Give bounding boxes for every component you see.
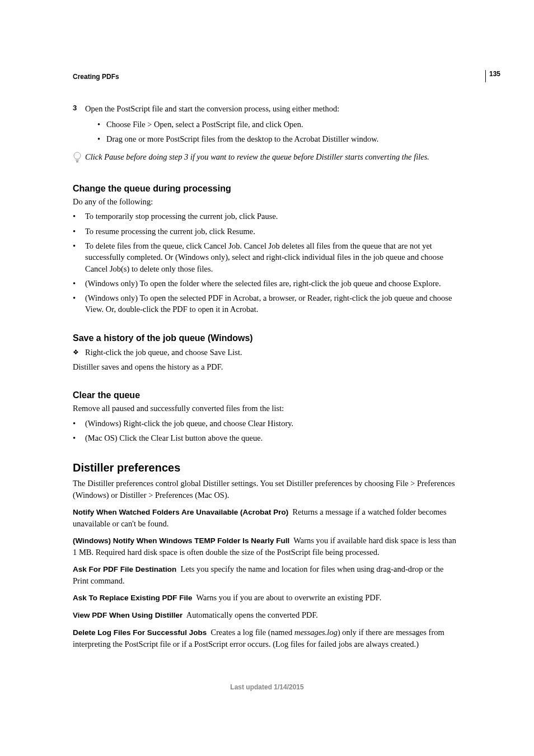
list-item: •(Windows only) To open the folder where…: [73, 278, 461, 289]
intro-text: Do any of the following:: [73, 196, 461, 207]
tip: Click Pause before doing step 3 if you w…: [73, 151, 461, 166]
list-text: To delete files from the queue, click Ca…: [85, 240, 461, 274]
list-text: (Windows only) To open the selected PDF …: [85, 292, 461, 315]
list-item: •To resume processing the current job, c…: [73, 226, 461, 237]
pref-desc: Warns you if you are about to overwrite …: [196, 593, 382, 602]
pref-term: (Windows) Notify When Windows TEMP Folde…: [73, 536, 289, 545]
bullet-dot: •: [97, 133, 106, 146]
heading-save-history: Save a history of the job queue (Windows…: [73, 333, 461, 343]
filename: messages.log: [294, 628, 338, 637]
sub-bullet: • Drag one or more PostScript files from…: [97, 133, 461, 146]
bullet-dot: •: [73, 240, 85, 274]
pref-term: Ask To Replace Existing PDF File: [73, 594, 193, 602]
list-text: (Windows) Right-click the job queue, and…: [85, 418, 461, 429]
pref-term: Notify When Watched Folders Are Unavaila…: [73, 508, 288, 516]
sub-bullet-text: Drag one or more PostScript files from t…: [106, 133, 378, 146]
pref-desc-pre: Creates a log file (named: [211, 628, 294, 637]
pref-item: Ask For PDF File Destination Lets you sp…: [73, 563, 461, 586]
step-text: Open the PostScript file and start the c…: [85, 103, 461, 114]
list-item: •(Windows only) To open the selected PDF…: [73, 292, 461, 315]
pref-term: Ask For PDF File Destination: [73, 565, 176, 573]
bullet-dot: •: [73, 278, 85, 289]
footer-last-updated: Last updated 1/14/2015: [73, 683, 461, 691]
action-item: ❖Right-click the job queue, and choose S…: [73, 347, 461, 358]
list-item: •(Mac OS) Click the Clear List button ab…: [73, 432, 461, 444]
sub-bullet-text: Choose File > Open, select a PostScript …: [106, 119, 303, 131]
bullet-dot: •: [73, 211, 85, 222]
list-text: (Mac OS) Click the Clear List button abo…: [85, 432, 461, 444]
step-number: 3: [73, 103, 85, 114]
bullet-dot: •: [73, 292, 85, 315]
page-number: 135: [485, 70, 500, 82]
pref-item: View PDF When Using Distiller Automatica…: [73, 609, 461, 621]
heading-change-queue: Change the queue during processing: [73, 184, 461, 194]
intro-text: The Distiller preferences control global…: [73, 478, 461, 501]
pref-item: Ask To Replace Existing PDF File Warns y…: [73, 592, 461, 604]
list-item: •(Windows) Right-click the job queue, an…: [73, 418, 461, 429]
heading-distiller-preferences: Distiller preferences: [73, 461, 461, 474]
list-item: •To delete files from the queue, click C…: [73, 240, 461, 274]
list-text: (Windows only) To open the folder where …: [85, 278, 461, 289]
intro-text: Remove all paused and successfully conve…: [73, 403, 461, 414]
pref-item: (Windows) Notify When Windows TEMP Folde…: [73, 535, 461, 558]
running-header: Creating PDFs: [73, 73, 461, 81]
tip-text: Click Pause before doing step 3 if you w…: [85, 151, 429, 162]
pref-desc: Automatically opens the converted PDF.: [186, 610, 318, 619]
bullet-dot: •: [73, 226, 85, 237]
step-3: 3 Open the PostScript file and start the…: [73, 103, 461, 114]
bullet-dot: •: [73, 432, 85, 444]
pref-term: View PDF When Using Distiller: [73, 611, 182, 619]
bullet-dot: •: [73, 418, 85, 429]
list-item: •To temporarily stop processing the curr…: [73, 211, 461, 222]
action-text: Right-click the job queue, and choose Sa…: [85, 347, 461, 358]
pref-item: Notify When Watched Folders Are Unavaila…: [73, 506, 461, 529]
heading-clear-queue: Clear the queue: [73, 390, 461, 400]
list-text: To temporarily stop processing the curre…: [85, 211, 461, 222]
pref-term: Delete Log Files For Successful Jobs: [73, 628, 207, 637]
list-text: To resume processing the current job, cl…: [85, 226, 461, 237]
pref-item: Delete Log Files For Successful Jobs Cre…: [73, 627, 461, 650]
lightbulb-icon: [73, 151, 85, 166]
diamond-bullet: ❖: [73, 347, 85, 358]
sub-bullet: • Choose File > Open, select a PostScrip…: [97, 119, 461, 131]
note-text: Distiller saves and opens the history as…: [73, 361, 461, 372]
bullet-dot: •: [97, 119, 106, 131]
